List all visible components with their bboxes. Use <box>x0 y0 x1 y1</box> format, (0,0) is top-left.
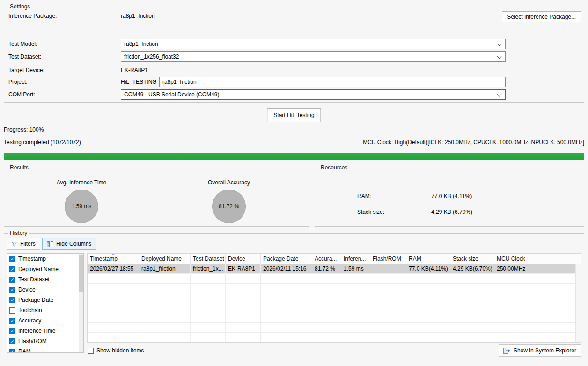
project-label: Project: <box>8 77 28 87</box>
column-header[interactable]: Inferen... <box>341 254 370 264</box>
com-port-select[interactable]: COM49 - USB Serial Device (COM49) <box>121 89 506 100</box>
column-toggle-item[interactable]: Toolchain <box>7 305 83 315</box>
column-toggle-label: Flash/ROM <box>18 338 47 344</box>
table-cell-empty <box>341 313 370 322</box>
table-cell-filler <box>532 333 581 342</box>
table-cell-empty <box>261 293 312 303</box>
column-toggle-panel: ✓Timestamp✓Deployed Name✓Test Dataset✓De… <box>7 253 84 353</box>
table-cell-empty <box>261 274 312 283</box>
checkbox-icon[interactable]: ✓ <box>9 328 15 334</box>
column-toggle-item[interactable]: ✓Deployed Name <box>7 264 83 274</box>
column-toggle-item[interactable]: ✓RAM <box>7 346 83 353</box>
column-header[interactable]: MCU Clock <box>494 254 532 264</box>
column-toggle-label: Device <box>18 286 36 293</box>
checkbox-icon[interactable]: ✓ <box>9 256 15 262</box>
table-cell-empty <box>191 303 226 313</box>
test-dataset-select[interactable]: friction_1x256_float32 <box>121 51 506 62</box>
checkbox-icon[interactable]: ✓ <box>9 338 15 344</box>
test-model-selected-value: ra8p1_friction <box>124 41 158 47</box>
table-cell-empty <box>450 313 494 322</box>
test-model-label: Test Model: <box>8 39 37 49</box>
table-cell-empty <box>370 274 406 283</box>
table-cell-empty <box>312 293 341 303</box>
column-toggle-item[interactable]: ✓Accuracy <box>7 315 83 326</box>
column-header[interactable]: Flash/ROM <box>370 254 406 264</box>
checkbox-icon[interactable] <box>88 348 94 354</box>
column-header-label: Device <box>228 256 245 262</box>
select-inference-package-button[interactable]: Select Inference Package... <box>502 11 581 22</box>
checkbox-icon[interactable] <box>9 307 15 314</box>
column-toggle-item[interactable]: ✓Timestamp <box>7 254 83 264</box>
progress-status-text: Testing completed (1072/1072) <box>4 137 81 147</box>
column-header-label: Stack size <box>453 256 478 262</box>
start-hil-testing-button[interactable]: Start HiL Testing <box>267 108 321 122</box>
table-cell-empty <box>88 323 139 332</box>
column-header[interactable]: Test Dataset <box>191 254 226 264</box>
hide-columns-button[interactable]: Hide Columns <box>42 238 96 250</box>
filters-button[interactable]: Filters <box>7 238 40 250</box>
column-header[interactable]: Device <box>226 254 261 264</box>
history-table-header: ˄TimestampDeployed NameTest DatasetDevic… <box>88 254 581 264</box>
table-cell-empty <box>312 303 341 313</box>
settings-group: Settings Inference Package: ra8p1_fricti… <box>4 7 584 103</box>
table-cell-empty <box>261 284 312 293</box>
table-cell-empty <box>341 293 370 303</box>
table-cell-empty <box>406 274 450 283</box>
table-cell-empty <box>88 284 139 293</box>
table-cell-empty <box>370 303 406 313</box>
table-cell-empty <box>312 333 341 342</box>
mcu-clock-text: MCU Clock: High(Default)[ICLK: 250.0MHz,… <box>363 137 584 147</box>
column-toggle-item[interactable]: ✓Device <box>7 285 83 295</box>
table-cell-empty <box>370 293 406 303</box>
column-toggle-label: Test Dataset <box>18 276 50 283</box>
hil-testing-page: { "icons": { "check": "✓", "sort_asc": "… <box>0 0 588 366</box>
table-cell-empty <box>139 323 191 332</box>
table-cell-empty <box>139 293 191 303</box>
column-header[interactable]: Package Date <box>261 254 312 264</box>
column-toggle-list: ✓Timestamp✓Deployed Name✓Test Dataset✓De… <box>7 254 83 353</box>
column-header[interactable]: Accura... <box>312 254 341 264</box>
table-cell-empty <box>406 303 450 313</box>
table-cell-empty <box>261 313 312 322</box>
panel-scrollbar-thumb[interactable] <box>79 255 83 292</box>
table-cell <box>370 264 406 273</box>
checkbox-icon[interactable]: ✓ <box>9 318 15 324</box>
checkbox-icon[interactable]: ✓ <box>9 266 15 272</box>
checkbox-icon[interactable]: ✓ <box>9 277 15 283</box>
table-cell-empty <box>261 303 312 313</box>
panel-scrollbar[interactable] <box>79 254 83 352</box>
checkbox-icon[interactable]: ✓ <box>9 349 15 353</box>
table-cell-empty <box>88 303 139 313</box>
column-toggle-label: RAM <box>18 348 31 353</box>
table-row[interactable]: 2026/02/27 18:55ra8p1_frictionfriction_1… <box>88 264 581 274</box>
show-hidden-items-checkbox[interactable]: Show hidden items <box>88 347 144 354</box>
table-cell-empty <box>406 284 450 293</box>
column-header[interactable]: Stack size <box>450 254 494 264</box>
table-cell-empty <box>261 333 312 342</box>
table-cell-empty <box>406 323 450 332</box>
table-cell-empty <box>370 284 406 293</box>
test-model-select[interactable]: ra8p1_friction <box>121 39 506 49</box>
table-row-empty <box>88 303 581 313</box>
column-toggle-label: Timestamp <box>18 256 46 262</box>
column-toggle-item[interactable]: ✓Package Date <box>7 295 83 305</box>
column-header[interactable]: RAM <box>406 254 450 264</box>
column-toggle-label: Toolchain <box>18 307 42 314</box>
column-header-label: Flash/ROM <box>373 256 401 262</box>
table-cell-empty <box>494 323 532 332</box>
table-row-empty <box>88 293 581 303</box>
table-scrollbar[interactable] <box>575 264 581 342</box>
column-header[interactable]: Deployed Name <box>139 254 191 264</box>
column-header[interactable]: ˄Timestamp <box>88 254 139 264</box>
checkbox-icon[interactable]: ✓ <box>9 287 15 293</box>
column-toggle-item[interactable]: ✓Inference Time <box>7 326 83 336</box>
checkbox-icon[interactable]: ✓ <box>9 297 15 303</box>
column-header-label: Package Date <box>263 256 298 262</box>
table-cell-empty <box>370 313 406 322</box>
column-toggle-item[interactable]: ✓Flash/ROM <box>7 336 83 346</box>
column-toggle-item[interactable]: ✓Test Dataset <box>7 274 83 285</box>
project-name-input[interactable] <box>159 77 506 87</box>
table-cell-filler <box>532 264 581 273</box>
progress-bar <box>4 153 584 160</box>
show-in-system-explorer-button[interactable]: Show in System Explorer <box>499 344 581 357</box>
